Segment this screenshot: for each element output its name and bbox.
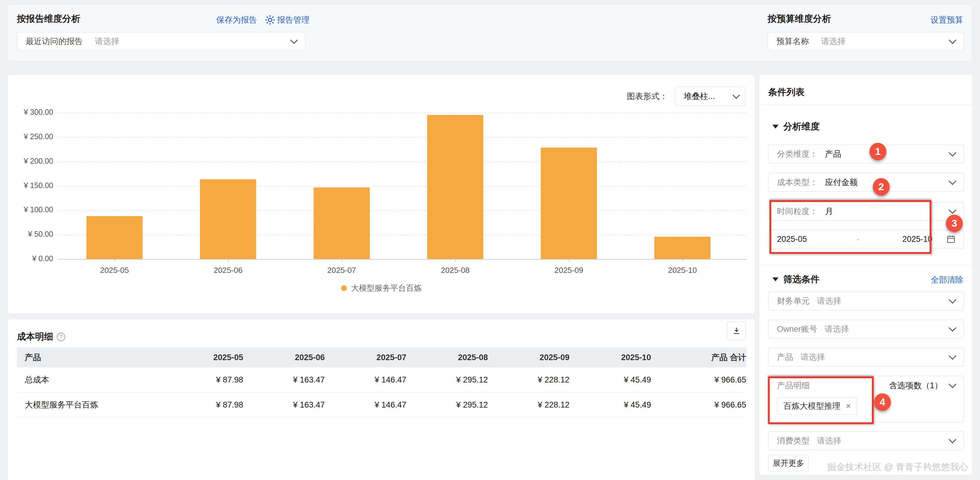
divider xyxy=(759,265,972,266)
finance-unit-label: 财务单元 xyxy=(777,296,810,306)
cell-value: ¥ 45.49 xyxy=(570,368,651,393)
x-axis-tick xyxy=(682,259,683,262)
report-manage-label: 报告管理 xyxy=(277,14,310,25)
column-header: 2025-05 xyxy=(162,347,243,368)
chevron-down-icon xyxy=(948,380,956,388)
set-budget-link[interactable]: 设置预算 xyxy=(931,14,963,25)
bar-2025-05[interactable] xyxy=(86,216,143,259)
cell-value: ¥ 87.98 xyxy=(162,393,243,418)
cost-detail-title-row: 成本明细 ? xyxy=(17,331,65,343)
cost-type-label: 成本类型： xyxy=(777,177,818,188)
x-axis-tick xyxy=(228,259,229,262)
bar-2025-08[interactable] xyxy=(427,115,484,259)
cost-detail-card: 成本明细 ? 产品2025-052025-062025-072025-08202… xyxy=(8,319,755,480)
consume-type-select[interactable]: 消费类型 请选择 xyxy=(768,431,964,450)
x-axis-tick-label: 2025-08 xyxy=(425,266,485,275)
analysis-dimension-header[interactable]: 分析维度 xyxy=(772,120,819,133)
cell-value: ¥ 228.12 xyxy=(488,368,570,393)
bar-2025-10[interactable] xyxy=(654,237,711,259)
annotation-badge-4: 4 xyxy=(874,393,891,411)
recent-report-select[interactable]: 最近访问的报告 请选择 xyxy=(17,32,305,51)
chevron-down-icon xyxy=(948,206,956,214)
gear-icon xyxy=(265,15,275,25)
bar-2025-09[interactable] xyxy=(541,147,597,259)
budget-select-label: 预算名称 xyxy=(776,36,809,47)
recent-report-select-label: 最近访问的报告 xyxy=(25,36,83,47)
report-manage-link[interactable]: 报告管理 xyxy=(265,14,310,25)
cell-value: ¥ 295.12 xyxy=(407,368,488,393)
x-axis-tick-label: 2025-09 xyxy=(539,266,599,275)
column-header: 2025-07 xyxy=(325,347,407,368)
legend-series-label: 大模型服务平台百炼 xyxy=(351,283,422,293)
help-icon[interactable]: ? xyxy=(57,333,65,341)
column-header: 产品 xyxy=(17,347,162,368)
y-axis-tick-label: ¥ 50.00 xyxy=(8,230,53,239)
budget-select-placeholder: 请选择 xyxy=(821,36,846,47)
cost-detail-table: 产品2025-052025-062025-072025-082025-09202… xyxy=(17,347,746,418)
annotation-box-3 xyxy=(770,200,931,254)
table-row[interactable]: 大模型服务平台百炼¥ 87.98¥ 163.47¥ 146.47¥ 295.12… xyxy=(17,393,746,418)
cell-value: ¥ 966.65 xyxy=(651,393,746,418)
download-button[interactable] xyxy=(727,322,746,340)
divider xyxy=(759,105,972,105)
chevron-down-icon xyxy=(948,177,956,185)
y-axis-tick-label: ¥ 300.00 xyxy=(8,108,53,117)
column-header: 产品 合计 xyxy=(651,347,746,368)
save-as-report-link[interactable]: 保存为报告 xyxy=(216,14,257,25)
filter-condition-header[interactable]: 筛选条件 xyxy=(772,273,819,285)
chevron-down-icon xyxy=(948,149,956,156)
recent-report-select-placeholder: 请选择 xyxy=(95,36,119,47)
cost-chart-card: 图表形式： 堆叠柱... ¥ 300.00¥ 250.00¥ 200.00¥ 1… xyxy=(8,74,755,314)
chart-legend[interactable]: 大模型服务平台百炼 xyxy=(8,283,755,293)
chevron-down-icon xyxy=(948,352,956,360)
y-axis-tick-label: ¥ 0.00 xyxy=(8,254,53,263)
cell-value: ¥ 146.47 xyxy=(325,393,407,418)
gridline xyxy=(58,137,746,138)
cell-value: ¥ 163.47 xyxy=(243,368,325,393)
y-axis-tick-label: ¥ 250.00 xyxy=(8,132,53,141)
bar-2025-07[interactable] xyxy=(313,187,370,259)
report-analysis-title: 按报告维度分析 xyxy=(17,13,80,25)
top-analysis-bar: 按报告维度分析 保存为报告 报告管理 xyxy=(8,4,972,61)
expand-more-button[interactable]: 展开更多 xyxy=(768,455,809,471)
x-axis-tick-label: 2025-05 xyxy=(84,266,145,275)
column-header: 2025-09 xyxy=(488,347,570,368)
gridline xyxy=(58,259,746,260)
finance-unit-select[interactable]: 财务单元 请选择 xyxy=(768,291,964,310)
chevron-down-icon xyxy=(948,436,956,443)
consume-type-placeholder: 请选择 xyxy=(817,435,842,446)
cost-analysis-page: 按报告维度分析 保存为报告 报告管理 xyxy=(0,0,980,480)
calendar-icon xyxy=(946,234,956,246)
cell-value: ¥ 163.47 xyxy=(243,393,325,418)
gridline xyxy=(58,234,746,235)
gridline xyxy=(58,162,746,162)
consume-type-label: 消费类型 xyxy=(777,435,810,446)
chevron-down-icon xyxy=(948,324,956,331)
product-select[interactable]: 产品 请选择 xyxy=(768,348,964,366)
y-axis-tick-label: ¥ 100.00 xyxy=(8,205,53,214)
classify-dimension-select[interactable]: 分类维度： 产品 xyxy=(768,144,964,163)
x-axis-tick-label: 2025-10 xyxy=(652,266,713,275)
cost-type-value: 应付金额 xyxy=(825,177,858,188)
owner-account-placeholder: 请选择 xyxy=(825,324,849,334)
classify-dimension-label: 分类维度： xyxy=(777,149,818,159)
cell-value: ¥ 228.12 xyxy=(488,393,570,418)
row-label: 总成本 xyxy=(17,368,162,393)
x-axis-tick-label: 2025-06 xyxy=(198,266,258,275)
table-row[interactable]: 总成本¥ 87.98¥ 163.47¥ 146.47¥ 295.12¥ 228.… xyxy=(17,368,746,393)
cell-value: ¥ 45.49 xyxy=(570,393,651,418)
annotation-box-4 xyxy=(768,377,873,424)
owner-account-select[interactable]: Owner账号 请选择 xyxy=(768,320,964,338)
bar-chart-plot: ¥ 300.00¥ 250.00¥ 200.00¥ 150.00¥ 100.00… xyxy=(8,74,755,314)
bar-2025-06[interactable] xyxy=(200,179,256,259)
clear-all-link[interactable]: 全部清除 xyxy=(931,274,963,285)
gridline xyxy=(58,112,746,113)
product-label: 产品 xyxy=(777,352,793,363)
cost-type-select[interactable]: 成本类型： 应付金额 xyxy=(768,173,964,192)
annotation-badge-2: 2 xyxy=(873,178,890,196)
annotation-badge-3: 3 xyxy=(946,215,963,232)
x-axis-tick xyxy=(342,259,342,262)
x-axis-tick xyxy=(115,259,115,262)
collapse-triangle-icon xyxy=(772,277,778,281)
budget-name-select[interactable]: 预算名称 请选择 xyxy=(768,32,964,51)
